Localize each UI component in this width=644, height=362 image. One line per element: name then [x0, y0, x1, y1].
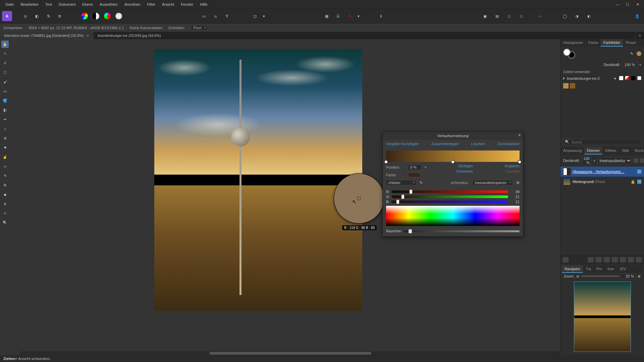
layer-visibility-checkbox[interactable] — [637, 170, 641, 174]
layer-opt2-icon[interactable] — [640, 158, 644, 163]
stepper-icon[interactable]: ▾ — [639, 63, 641, 67]
gradient-stop-2[interactable] — [451, 160, 455, 164]
cloud-a-icon[interactable]: ◯ — [560, 11, 570, 21]
text-tool[interactable]: A — [1, 200, 9, 207]
hand-tool[interactable]: ✋ — [1, 41, 9, 48]
picker-hue-icon[interactable] — [103, 11, 112, 21]
arrange-b-icon[interactable]: ▧ — [517, 11, 526, 21]
snap-icon[interactable]: ✎ — [345, 11, 354, 21]
cloud-c-icon[interactable]: ◐ — [584, 11, 594, 21]
layers-action-b-icon[interactable] — [596, 257, 602, 262]
doc-tab-2[interactable]: brandenburger-tor-201939.jpg (43.0%) — [94, 32, 636, 39]
layers-action-trash-icon[interactable] — [636, 257, 642, 262]
search-field[interactable]: 🔍 — [562, 139, 642, 145]
add-preset-link[interactable]: Vorgabe hinzufügen — [386, 142, 419, 146]
minimize-button[interactable]: — — [613, 1, 622, 8]
gear-icon[interactable]: ⚙ — [516, 181, 520, 185]
picker-colorwheel-icon[interactable] — [80, 11, 89, 21]
layer-row-background[interactable]: Hintergrund (Pixel) 🔒 — [560, 177, 644, 187]
layer-blend-dropdown[interactable]: Ineinanderko — [597, 157, 632, 164]
pen-tool[interactable]: ✒ — [1, 116, 9, 123]
tab-effekte[interactable]: Effekte — [602, 147, 619, 155]
menu-dokument[interactable]: Dokument — [55, 1, 79, 8]
gradient-map-dialog[interactable]: Verlaufsumsetzung ✕ Vorgabe hinzufügen Z… — [382, 131, 523, 237]
account-icon[interactable]: 👤 — [633, 11, 642, 21]
layers-action-c-icon[interactable] — [612, 257, 618, 262]
tab-stock[interactable]: Stock — [632, 147, 644, 155]
color-picker-tool[interactable]: ✐ — [1, 59, 9, 67]
g-slider[interactable] — [392, 195, 508, 198]
clone-tool[interactable]: ⊕ — [1, 134, 9, 142]
slider-type-dropdown[interactable]: chieber — [386, 180, 416, 185]
layer-name[interactable]: Hintergrund — [573, 180, 594, 184]
tab-pro[interactable]: Pro — [594, 265, 605, 273]
cloud-b-icon[interactable]: ◑ — [572, 11, 582, 21]
tab-32v[interactable]: 32V — [617, 265, 629, 273]
close-window-button[interactable]: ✕ — [633, 1, 642, 8]
zoom-field[interactable]: 20 % — [621, 274, 636, 279]
layer-opt1-icon[interactable] — [634, 158, 638, 163]
eyedropper-mini-icon[interactable]: ✎ — [630, 52, 633, 56]
layer-name[interactable]: (Anpassung - Verlaufsumsetz… — [573, 170, 635, 174]
eraser-tool[interactable]: ▱ — [1, 163, 9, 170]
menu-ebene[interactable]: Ebene — [79, 1, 96, 8]
r-value[interactable]: 38 — [510, 190, 520, 194]
grid-icon[interactable]: ▦ — [322, 11, 331, 21]
asset-menu-icon[interactable]: ▾ — [614, 76, 616, 81]
b-value[interactable]: 11 — [510, 200, 520, 204]
persona-photo-icon[interactable]: ◎ — [21, 11, 30, 21]
heal-tool[interactable]: ✚ — [1, 144, 9, 151]
brush-tool[interactable]: 🖌 — [1, 78, 9, 85]
layers-action-mask-icon[interactable] — [562, 257, 569, 262]
asset-name[interactable]: brandenburger-tor-2 — [567, 76, 612, 80]
asset-box-white[interactable] — [619, 76, 623, 80]
delete2-link[interactable]: Löschen — [481, 169, 523, 174]
menu-datei[interactable]: Datei — [2, 1, 17, 8]
position-field[interactable]: 0 % — [408, 165, 421, 170]
layers-action-fx-icon[interactable] — [604, 257, 610, 262]
dropdown-arrow-icon[interactable]: ▾ — [262, 11, 266, 21]
tab-histogramm[interactable]: Histogramm — [560, 39, 586, 47]
opacity-field[interactable]: 100 % — [622, 62, 637, 67]
slot-icon[interactable]: ▭ — [535, 11, 545, 21]
close-all-tabs-icon[interactable]: ✕ — [636, 34, 644, 38]
fg-bg-swatch[interactable] — [563, 49, 575, 59]
g-value[interactable]: 21 — [510, 195, 520, 199]
eyedropper-icon[interactable]: ✎ — [420, 181, 423, 185]
tab-anpassung[interactable]: Anpassung — [560, 147, 584, 155]
lock-icon[interactable]: 🔒 — [631, 180, 635, 184]
persona-liquify-icon[interactable]: ◧ — [32, 11, 42, 21]
menu-filter[interactable]: Filter — [144, 1, 159, 8]
gradient-bar[interactable] — [386, 150, 520, 162]
move-tool[interactable]: ↖ — [1, 50, 9, 57]
canvas[interactable]: ↖ R : 118 G : 90 B : 60 Verlaufsumsetzun… — [10, 39, 560, 355]
asset-box-none[interactable] — [625, 76, 629, 80]
tab-stile[interactable]: Stile — [619, 147, 632, 155]
tab-navigator[interactable]: Navigator — [562, 265, 583, 273]
navigator-thumbnail[interactable] — [574, 282, 631, 352]
picker-greyscale-icon[interactable] — [91, 11, 101, 21]
picker-softproof-icon[interactable] — [114, 11, 123, 21]
persona-export-icon[interactable]: ⧉ — [55, 11, 64, 21]
units-dropdown[interactable]: Pixel — [191, 25, 208, 31]
tab-tra[interactable]: Tra — [583, 265, 594, 273]
asset-box-black[interactable] — [631, 76, 635, 80]
quickmask-icon[interactable]: ◫ — [250, 11, 260, 21]
copy-link[interactable]: Kopieren — [481, 163, 523, 169]
asset-box-outline[interactable] — [637, 76, 641, 80]
dropdown-arrow-icon[interactable]: ▾ — [356, 11, 361, 21]
layer-row-adjustment[interactable]: (Anpassung - Verlaufsumsetz… — [560, 167, 644, 177]
tab-ebenen[interactable]: Ebenen — [584, 147, 602, 155]
selection-rect-icon[interactable]: ▭ — [199, 11, 209, 21]
menu-anordnen[interactable]: Anordnen — [121, 1, 144, 8]
menu-hilfe[interactable]: Hilfe — [197, 1, 211, 8]
swatch-2[interactable] — [570, 83, 575, 88]
stepper-icon[interactable]: ▾ — [425, 165, 427, 170]
tab-farbe[interactable]: Farbe — [586, 39, 601, 47]
marquee-tool[interactable]: ▭ — [1, 87, 9, 95]
arrange-a-icon[interactable]: ▥ — [504, 11, 514, 21]
menu-ansicht[interactable]: Ansicht — [159, 1, 177, 8]
flood-tool[interactable]: 🪣 — [1, 97, 9, 104]
arrange-back-icon[interactable]: ▤ — [492, 11, 502, 21]
menu-fenster[interactable]: Fenster — [177, 1, 197, 8]
